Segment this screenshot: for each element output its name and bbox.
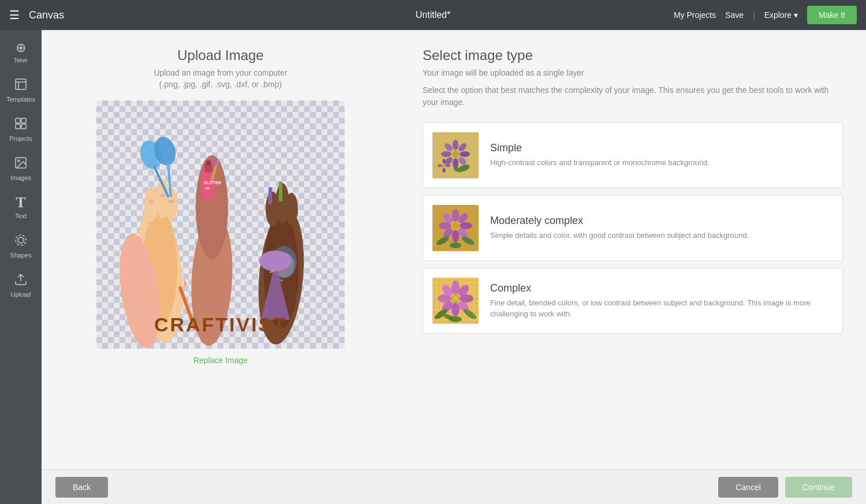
type-complex-desc: Fine detail, blended colors, or low cont… <box>490 298 833 319</box>
type-subtitle: Your image will be uploaded as a single … <box>423 68 843 77</box>
svg-point-72 <box>460 222 472 229</box>
make-it-button[interactable]: Make It <box>807 6 857 24</box>
svg-point-52 <box>453 158 458 169</box>
header-actions: My Projects Save | Explore ▾ Make It <box>674 6 857 24</box>
svg-point-61 <box>443 159 446 163</box>
sidebar-label-images: Images <box>10 174 31 181</box>
thumbnail-complex <box>432 278 479 324</box>
svg-rect-34 <box>268 187 272 204</box>
save-link[interactable]: Save <box>725 10 744 20</box>
svg-rect-35 <box>279 181 282 201</box>
sidebar-label-templates: Templates <box>6 96 35 103</box>
type-selection-panel: Select image type Your image will be upl… <box>400 30 866 469</box>
sidebar-label-text: Text <box>15 212 27 219</box>
svg-point-47 <box>160 194 166 197</box>
svg-point-64 <box>446 165 450 167</box>
type-simple-title: Simple <box>490 142 833 154</box>
svg-point-40 <box>259 251 292 271</box>
image-preview: GLITTER ME <box>96 100 345 349</box>
svg-rect-23 <box>204 164 212 173</box>
svg-rect-2 <box>21 118 26 123</box>
type-card-complex[interactable]: Complex Fine detail, blended colors, or … <box>423 268 843 334</box>
type-card-simple-content: Simple High-contrast colors and transpar… <box>490 142 833 168</box>
svg-text:CRAFTIVIST: CRAFTIVIST <box>154 313 287 335</box>
svg-point-33 <box>285 193 298 225</box>
document-title: Untitled* <box>416 10 450 20</box>
content-body: Upload Image Upload an image from your c… <box>42 30 866 469</box>
svg-rect-1 <box>16 118 20 123</box>
menu-icon[interactable]: ☰ <box>9 8 20 22</box>
sidebar-item-shapes[interactable]: Shapes <box>0 226 42 266</box>
sidebar-item-templates[interactable]: Templates <box>0 70 42 110</box>
type-description: Select the option that best matches the … <box>423 84 843 109</box>
explore-menu[interactable]: Explore ▾ <box>764 10 798 20</box>
sidebar-label-upload: Upload <box>11 291 31 298</box>
upload-panel: Upload Image Upload an image from your c… <box>42 30 400 469</box>
svg-point-63 <box>438 165 442 167</box>
svg-marker-44 <box>182 278 188 286</box>
replace-image-link[interactable]: Replace Image <box>193 356 248 365</box>
svg-point-46 <box>148 200 154 203</box>
sidebar-label-projects: Projects <box>9 135 32 142</box>
svg-point-94 <box>453 296 458 301</box>
footer: Back Cancel Continue <box>42 469 866 504</box>
back-button[interactable]: Back <box>55 477 108 498</box>
craftivist-illustration: GLITTER ME <box>96 100 345 349</box>
type-card-moderate[interactable]: Moderately complex Simple details and co… <box>423 195 843 261</box>
projects-icon <box>14 117 28 133</box>
explore-label: Explore <box>764 10 792 20</box>
header: ☰ Canvas Untitled* My Projects Save | Ex… <box>0 0 866 30</box>
sidebar-item-images[interactable]: Images <box>0 149 42 188</box>
images-icon <box>14 156 28 172</box>
svg-point-11 <box>144 187 158 222</box>
footer-right-actions: Cancel Continue <box>718 477 852 498</box>
type-card-simple[interactable]: Simple High-contrast colors and transpar… <box>423 122 843 188</box>
upload-title: Upload Image <box>177 47 263 64</box>
sidebar-label-new: New <box>14 57 27 64</box>
svg-point-48 <box>169 200 174 203</box>
continue-button[interactable]: Continue <box>785 477 852 498</box>
sidebar-item-upload[interactable]: Upload <box>0 266 42 305</box>
svg-text:ME: ME <box>205 186 210 190</box>
svg-text:GLITTER: GLITTER <box>204 181 221 185</box>
svg-point-53 <box>441 151 451 157</box>
my-projects-link[interactable]: My Projects <box>674 10 716 20</box>
svg-point-6 <box>18 160 20 162</box>
sidebar-item-projects[interactable]: Projects <box>0 110 42 149</box>
main-container: ⊕ New Templates Projects <box>0 30 866 504</box>
type-simple-desc: High-contrast colors and transparent or … <box>490 158 833 168</box>
text-icon: T <box>16 195 25 210</box>
upload-formats: (.png, .jpg, .gif, .svg, .dxf, or .bmp) <box>159 80 282 89</box>
svg-point-70 <box>452 230 459 242</box>
type-title: Select image type <box>423 47 843 64</box>
shapes-icon <box>14 233 28 249</box>
upload-subtitle: Upload an image from your computer <box>154 68 287 77</box>
svg-point-80 <box>450 242 461 248</box>
type-moderate-desc: Simple details and color, with good cont… <box>490 230 833 241</box>
type-card-complex-content: Complex Fine detail, blended colors, or … <box>490 282 833 319</box>
upload-icon <box>14 272 28 289</box>
header-divider: | <box>753 10 755 20</box>
svg-point-54 <box>460 151 470 157</box>
sidebar-item-text[interactable]: T Text <box>0 188 42 226</box>
templates-icon <box>14 77 28 94</box>
chevron-down-icon: ▾ <box>794 10 798 20</box>
svg-rect-3 <box>16 124 20 129</box>
cancel-button[interactable]: Cancel <box>718 477 778 498</box>
svg-point-71 <box>439 222 451 229</box>
plus-circle-icon: ⊕ <box>16 42 26 54</box>
sidebar-label-shapes: Shapes <box>10 252 31 259</box>
type-moderate-title: Moderately complex <box>490 215 833 227</box>
content-area: Upload Image Upload an image from your c… <box>42 30 866 504</box>
svg-point-59 <box>452 151 459 158</box>
svg-point-60 <box>442 164 446 167</box>
svg-point-77 <box>451 222 460 230</box>
type-card-moderate-content: Moderately complex Simple details and co… <box>490 215 833 241</box>
sidebar: ⊕ New Templates Projects <box>0 30 42 504</box>
thumbnail-simple <box>432 132 479 178</box>
type-complex-title: Complex <box>490 282 833 294</box>
svg-point-62 <box>443 168 446 173</box>
svg-point-69 <box>452 209 459 222</box>
sidebar-item-new[interactable]: ⊕ New <box>0 35 42 70</box>
svg-rect-24 <box>206 160 211 165</box>
